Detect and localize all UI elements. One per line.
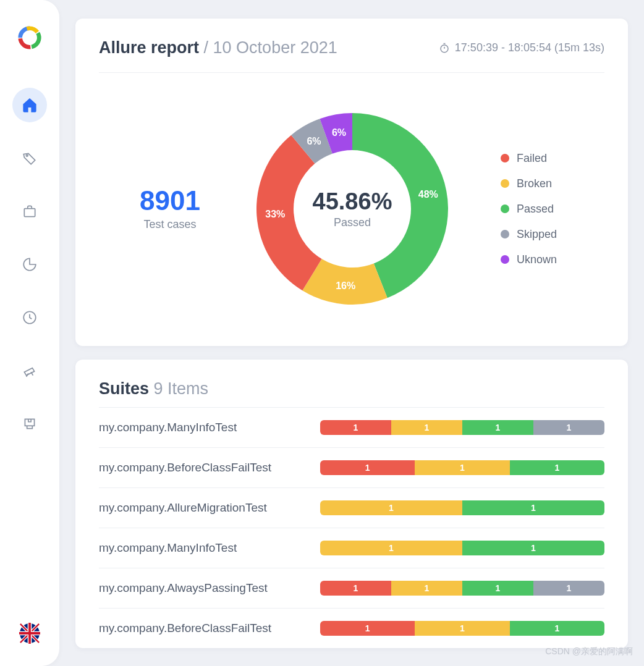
watermark: CSDN @亲爱的阿满啊 (545, 646, 633, 657)
suite-row[interactable]: my.company.BeforeClassFailTest111 (99, 608, 604, 648)
nav-categories[interactable] (12, 141, 47, 175)
status-seg-passed: 1 (462, 541, 604, 555)
legend-dot-unknown (501, 255, 509, 264)
suite-row[interactable]: my.company.AllureMigrationTest11 (99, 487, 604, 528)
nav-behaviors[interactable] (12, 353, 47, 388)
legend-dot-skipped (501, 230, 509, 238)
suite-status-bar: 1111 (320, 581, 604, 596)
status-seg-passed: 1 (510, 621, 604, 636)
svg-rect-5 (24, 209, 35, 217)
app-logo-icon (17, 25, 43, 51)
suite-name: my.company.AlwaysPassingTest (99, 581, 268, 595)
status-seg-broken: 1 (391, 420, 462, 435)
status-seg-broken: 1 (320, 500, 462, 515)
legend-item-unknown: Uknown (501, 253, 557, 266)
time-info: 17:50:39 - 18:05:54 (15m 13s) (439, 41, 604, 54)
test-count-label: Test cases (99, 218, 241, 231)
suite-name: my.company.ManyInfoTest (99, 541, 237, 555)
suite-status-bar: 11 (320, 500, 604, 515)
suite-name: my.company.BeforeClassFailTest (99, 461, 271, 474)
legend-dot-broken (501, 179, 509, 188)
suite-row[interactable]: my.company.ManyInfoTest11 (99, 528, 604, 568)
status-seg-broken: 1 (415, 621, 509, 636)
status-seg-broken: 1 (391, 581, 462, 596)
title-date: 10 October 2021 (213, 38, 337, 57)
suites-title: Suites (99, 379, 149, 398)
suites-list: my.company.ManyInfoTest1111my.company.Be… (99, 407, 604, 648)
language-button[interactable] (15, 619, 44, 647)
legend-item-passed: Passed (501, 203, 557, 216)
suites-card: Suites 9 Items my.company.ManyInfoTest11… (75, 360, 628, 648)
nav-timeline[interactable] (12, 300, 47, 335)
title-text: Allure report (99, 38, 199, 57)
suite-name: my.company.AllureMigrationTest (99, 501, 267, 515)
status-donut-chart: 45.86% Passed 48%16%33%6%6% (241, 98, 464, 320)
nav-suites[interactable] (12, 194, 47, 229)
piechart-icon (22, 256, 38, 272)
status-seg-passed: 1 (510, 460, 604, 475)
suite-status-bar: 111 (320, 621, 604, 636)
status-seg-failed: 1 (320, 460, 415, 475)
content-area: Allure report / 10 October 2021 17:50:39… (59, 0, 644, 666)
test-count-block: 8901 Test cases (99, 187, 241, 230)
legend-item-skipped: Skipped (501, 228, 557, 241)
status-seg-failed: 1 (320, 581, 391, 596)
page-title: Allure report / 10 October 2021 (99, 38, 337, 57)
title-sep: / (204, 38, 209, 57)
legend-dot-passed (501, 204, 509, 213)
suite-status-bar: 111 (320, 460, 604, 475)
legend-label: Skipped (517, 228, 557, 241)
legend-label: Broken (517, 177, 552, 190)
status-seg-failed: 1 (320, 420, 391, 435)
legend-label: Uknown (517, 253, 557, 266)
packages-icon (22, 416, 38, 432)
sidebar (0, 0, 59, 666)
suite-status-bar: 11 (320, 541, 604, 555)
legend-label: Failed (517, 152, 547, 165)
status-seg-skipped: 1 (533, 420, 604, 435)
status-legend: FailedBrokenPassedSkippedUknown (501, 152, 557, 266)
nav-packages[interactable] (12, 407, 47, 441)
time-range: 17:50:39 - 18:05:54 (15m 13s) (455, 41, 604, 54)
home-icon (22, 97, 38, 113)
overview-body: 8901 Test cases 45.86% Passed 48%16%33%6… (99, 73, 604, 326)
legend-item-failed: Failed (501, 152, 557, 165)
suite-status-bar: 1111 (320, 420, 604, 435)
status-seg-broken: 1 (415, 460, 509, 475)
suites-header: Suites 9 Items (99, 379, 604, 398)
status-seg-passed: 1 (462, 500, 604, 515)
suites-subtitle: 9 Items (154, 379, 209, 398)
status-seg-passed: 1 (462, 581, 533, 596)
suite-row[interactable]: my.company.AlwaysPassingTest1111 (99, 568, 604, 608)
suite-name: my.company.ManyInfoTest (99, 421, 237, 434)
overview-card: Allure report / 10 October 2021 17:50:39… (75, 19, 628, 346)
status-seg-failed: 1 (320, 621, 415, 636)
status-seg-passed: 1 (462, 420, 533, 435)
clock-icon (22, 310, 38, 326)
legend-item-broken: Broken (501, 177, 557, 190)
status-seg-broken: 1 (320, 541, 462, 555)
overview-header: Allure report / 10 October 2021 17:50:39… (99, 38, 604, 73)
svg-point-4 (26, 154, 28, 156)
test-count: 8901 (99, 187, 241, 215)
sidebar-nav (12, 88, 47, 619)
nav-graphs[interactable] (12, 247, 47, 282)
flag-uk-icon (19, 623, 40, 644)
legend-dot-failed (501, 154, 509, 162)
suite-row[interactable]: my.company.ManyInfoTest1111 (99, 407, 604, 447)
legend-label: Passed (517, 203, 554, 216)
telescope-icon (22, 363, 38, 379)
suitcase-icon (22, 203, 38, 219)
nav-overview[interactable] (12, 88, 47, 122)
suite-row[interactable]: my.company.BeforeClassFailTest111 (99, 447, 604, 487)
status-seg-skipped: 1 (533, 581, 604, 596)
svg-rect-7 (25, 419, 34, 426)
suite-name: my.company.BeforeClassFailTest (99, 622, 271, 635)
tags-icon (22, 150, 38, 166)
stopwatch-icon (439, 43, 450, 54)
